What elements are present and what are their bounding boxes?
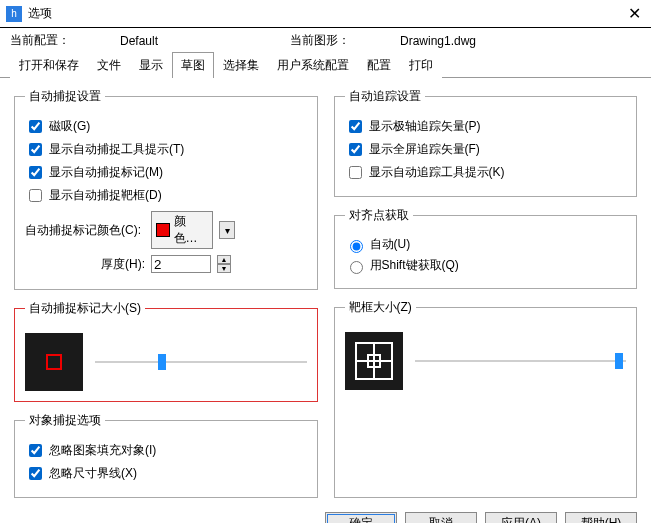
aperture-preview (345, 332, 403, 390)
marker-preview (25, 333, 83, 391)
cancel-button[interactable]: 取消 (405, 512, 477, 523)
chk-track-tooltip-box[interactable] (349, 166, 362, 179)
ok-button[interactable]: 确定 (325, 512, 397, 523)
aperture-size-row (345, 332, 627, 390)
rad-shift-label: 用Shift键获取(Q) (370, 257, 459, 274)
slider-thumb[interactable] (615, 353, 623, 369)
thickness-spinner: ▲ ▼ (217, 255, 231, 273)
chk-aperture-label: 显示自动捕捉靶框(D) (49, 187, 162, 204)
color-swatch-icon (156, 223, 170, 237)
chk-ignore-dim[interactable]: 忽略尺寸界线(X) (25, 464, 307, 483)
chk-fullscreen-vector-box[interactable] (349, 143, 362, 156)
rad-auto-label: 自动(U) (370, 236, 411, 253)
chk-polar-vector[interactable]: 显示极轴追踪矢量(P) (345, 117, 627, 136)
tab-print[interactable]: 打印 (400, 52, 442, 78)
marker-size-group: 自动捕捉标记大小(S) (14, 300, 318, 402)
thickness-row: 厚度(H): ▲ ▼ (25, 255, 307, 273)
slider-thumb[interactable] (158, 354, 166, 370)
thickness-label: 厚度(H): (25, 256, 145, 273)
chk-fullscreen-vector[interactable]: 显示全屏追踪矢量(F) (345, 140, 627, 159)
rad-auto[interactable]: 自动(U) (345, 236, 627, 253)
osnap-options-legend: 对象捕捉选项 (25, 412, 105, 429)
chk-marker[interactable]: 显示自动捕捉标记(M) (25, 163, 307, 182)
marker-color-text: 颜色… (174, 213, 209, 247)
marker-color-dropdown[interactable] (219, 221, 235, 239)
chk-marker-box[interactable] (29, 166, 42, 179)
current-config-value: Default (120, 34, 290, 48)
info-row: 当前配置： Default 当前图形： Drawing1.dwg (0, 28, 651, 51)
marker-size-slider[interactable] (95, 352, 307, 372)
chk-ignore-hatch-box[interactable] (29, 444, 42, 457)
app-icon: h (6, 6, 22, 22)
tab-config[interactable]: 配置 (358, 52, 400, 78)
chk-track-tooltip[interactable]: 显示自动追踪工具提示(K) (345, 163, 627, 182)
chk-ignore-hatch-label: 忽略图案填充对象(I) (49, 442, 156, 459)
marker-color-button[interactable]: 颜色… (151, 211, 213, 249)
tab-select[interactable]: 选择集 (214, 52, 268, 78)
button-bar: 确定 取消 应用(A) 帮助(H) (0, 504, 651, 523)
alignment-group: 对齐点获取 自动(U) 用Shift键获取(Q) (334, 207, 638, 289)
marker-color-row: 自动捕捉标记颜色(C): 颜色… (25, 211, 307, 249)
chk-aperture-box[interactable] (29, 189, 42, 202)
tab-open-save[interactable]: 打开和保存 (10, 52, 88, 78)
thickness-down[interactable]: ▼ (217, 264, 231, 273)
tab-display[interactable]: 显示 (130, 52, 172, 78)
autotrack-group: 自动追踪设置 显示极轴追踪矢量(P) 显示全屏追踪矢量(F) 显示自动追踪工具提… (334, 88, 638, 197)
tab-user-sys[interactable]: 用户系统配置 (268, 52, 358, 78)
autotrack-legend: 自动追踪设置 (345, 88, 425, 105)
aperture-vline-icon (373, 344, 375, 378)
chk-polar-vector-label: 显示极轴追踪矢量(P) (369, 118, 481, 135)
chk-track-tooltip-label: 显示自动追踪工具提示(K) (369, 164, 505, 181)
chk-ignore-hatch[interactable]: 忽略图案填充对象(I) (25, 441, 307, 460)
chk-tooltip-label: 显示自动捕捉工具提示(T) (49, 141, 184, 158)
chk-marker-label: 显示自动捕捉标记(M) (49, 164, 163, 181)
marker-size-legend: 自动捕捉标记大小(S) (25, 300, 145, 317)
slider-track (95, 361, 307, 363)
chk-polar-vector-box[interactable] (349, 120, 362, 133)
autosnap-legend: 自动捕捉设置 (25, 88, 105, 105)
marker-color-label: 自动捕捉标记颜色(C): (25, 222, 145, 239)
content-area: 自动捕捉设置 磁吸(G) 显示自动捕捉工具提示(T) 显示自动捕捉标记(M) 显… (0, 78, 651, 498)
rad-shift[interactable]: 用Shift键获取(Q) (345, 257, 627, 274)
chk-fullscreen-vector-label: 显示全屏追踪矢量(F) (369, 141, 480, 158)
aperture-size-group: 靶框大小(Z) (334, 299, 638, 498)
right-column: 自动追踪设置 显示极轴追踪矢量(P) 显示全屏追踪矢量(F) 显示自动追踪工具提… (334, 88, 638, 498)
current-drawing-label: 当前图形： (290, 32, 400, 49)
help-button[interactable]: 帮助(H) (565, 512, 637, 523)
current-drawing-value: Drawing1.dwg (400, 34, 641, 48)
thickness-input[interactable] (151, 255, 211, 273)
osnap-options-group: 对象捕捉选项 忽略图案填充对象(I) 忽略尺寸界线(X) (14, 412, 318, 498)
chk-ignore-dim-label: 忽略尺寸界线(X) (49, 465, 137, 482)
aperture-size-legend: 靶框大小(Z) (345, 299, 416, 316)
tab-file[interactable]: 文件 (88, 52, 130, 78)
rad-auto-box[interactable] (350, 240, 363, 253)
close-icon[interactable]: ✕ (624, 4, 645, 23)
chk-magnet-box[interactable] (29, 120, 42, 133)
slider-track (415, 360, 627, 362)
autosnap-group: 自动捕捉设置 磁吸(G) 显示自动捕捉工具提示(T) 显示自动捕捉标记(M) 显… (14, 88, 318, 290)
left-column: 自动捕捉设置 磁吸(G) 显示自动捕捉工具提示(T) 显示自动捕捉标记(M) 显… (14, 88, 318, 498)
apply-button[interactable]: 应用(A) (485, 512, 557, 523)
marker-icon (46, 354, 62, 370)
chk-magnet[interactable]: 磁吸(G) (25, 117, 307, 136)
chk-magnet-label: 磁吸(G) (49, 118, 90, 135)
title-bar: h 选项 ✕ (0, 0, 651, 28)
chk-aperture[interactable]: 显示自动捕捉靶框(D) (25, 186, 307, 205)
chk-ignore-dim-box[interactable] (29, 467, 42, 480)
tab-strip: 打开和保存 文件 显示 草图 选择集 用户系统配置 配置 打印 (0, 51, 651, 78)
alignment-legend: 对齐点获取 (345, 207, 413, 224)
chk-tooltip[interactable]: 显示自动捕捉工具提示(T) (25, 140, 307, 159)
marker-size-row (25, 333, 307, 391)
tab-sketch[interactable]: 草图 (172, 52, 214, 78)
current-config-label: 当前配置： (10, 32, 120, 49)
thickness-up[interactable]: ▲ (217, 255, 231, 264)
rad-shift-box[interactable] (350, 261, 363, 274)
window-title: 选项 (28, 5, 52, 22)
aperture-size-slider[interactable] (415, 351, 627, 371)
chk-tooltip-box[interactable] (29, 143, 42, 156)
